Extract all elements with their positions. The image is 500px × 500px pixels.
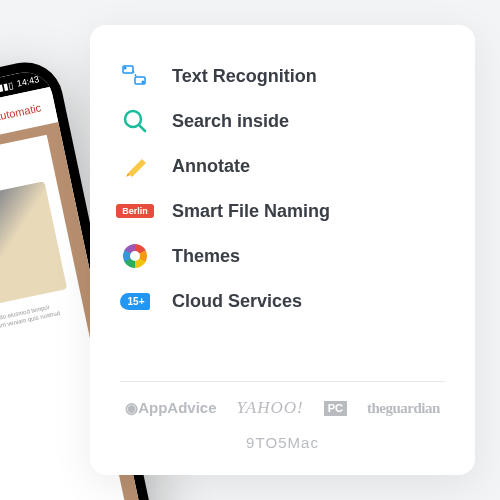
feature-search-inside[interactable]: Search inside: [120, 106, 445, 136]
feature-label: Annotate: [172, 156, 250, 177]
feature-annotate[interactable]: Annotate: [120, 151, 445, 181]
feature-card: Text Recognition Search inside Annotate: [90, 25, 475, 475]
color-ring-icon: [120, 241, 150, 271]
svg-point-3: [142, 81, 145, 84]
feature-label: Search inside: [172, 111, 289, 132]
feature-list: Text Recognition Search inside Annotate: [120, 61, 445, 381]
feature-label: Cloud Services: [172, 291, 302, 312]
press-logos: ◉AppAdvice YAHOO! PC theguardian 9TO5Mac: [120, 381, 445, 451]
cloud-count-badge-icon: 15+: [120, 286, 150, 316]
ocr-icon: [120, 61, 150, 91]
highlighter-icon: [120, 151, 150, 181]
automatic-label: Automatic: [0, 101, 42, 123]
search-icon: [120, 106, 150, 136]
feature-smart-file-naming[interactable]: Berlin Smart File Naming: [120, 196, 445, 226]
press-9to5mac: 9TO5Mac: [246, 434, 319, 451]
status-time: 14:43: [16, 74, 40, 88]
signal-icon: ▮▮▯: [0, 80, 14, 93]
feature-themes[interactable]: Themes: [120, 241, 445, 271]
feature-label: Themes: [172, 246, 240, 267]
feature-label: Smart File Naming: [172, 201, 330, 222]
recipe-text: Lorem ipsum dolor sit amet consectetur a…: [0, 299, 74, 371]
feature-cloud-services[interactable]: 15+ Cloud Services: [120, 286, 445, 316]
svg-point-1: [124, 67, 127, 70]
naming-badge-icon: Berlin: [120, 196, 150, 226]
berlin-badge: Berlin: [116, 204, 154, 218]
feature-text-recognition[interactable]: Text Recognition: [120, 61, 445, 91]
press-pcmag: PC: [324, 401, 347, 416]
press-appadvice: ◉AppAdvice: [125, 399, 216, 417]
feature-label: Text Recognition: [172, 66, 317, 87]
automatic-mode-toggle[interactable]: ◎ Automatic: [0, 101, 42, 127]
svg-line-5: [139, 125, 145, 131]
press-guardian: theguardian: [367, 400, 440, 417]
appadvice-icon: ◉: [125, 399, 138, 416]
press-yahoo: YAHOO!: [237, 398, 304, 418]
fifteen-plus-badge: 15+: [120, 293, 151, 310]
